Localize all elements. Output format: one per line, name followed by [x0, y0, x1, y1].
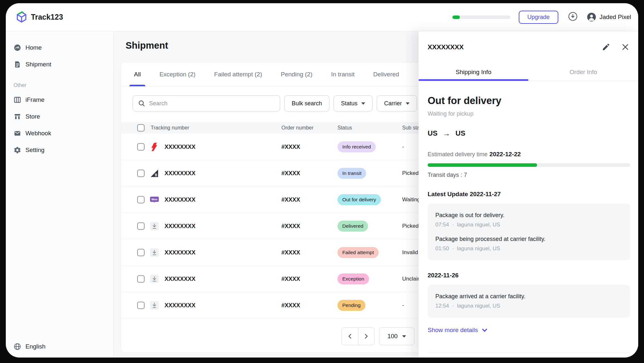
order-number: #XXXX	[281, 275, 300, 282]
sub-status: -	[402, 144, 404, 150]
arrow-right-icon: →	[443, 129, 450, 138]
tracking-number[interactable]: XXXXXXXX	[165, 302, 195, 309]
eta-label: Estimated delivery time	[428, 151, 488, 158]
globe-icon	[14, 343, 21, 350]
top-bar: Track123 Upgrade Jaded Pixel	[6, 3, 638, 31]
status-badge: Failed attempt	[337, 247, 379, 258]
avatar-icon	[587, 12, 596, 22]
upgrade-button[interactable]: Upgrade	[519, 11, 558, 24]
search-input[interactable]	[149, 100, 275, 107]
event-text: Package being processed at carrier facil…	[435, 236, 622, 243]
user-name: Jaded Pixel	[600, 14, 631, 21]
tracking-number[interactable]: XXXXXXXX	[165, 143, 195, 150]
eta-date: 2022-12-22	[489, 151, 521, 158]
tab-delivered[interactable]: Delivered	[373, 62, 399, 86]
order-number: #XXXX	[281, 302, 300, 309]
update-group-heading: 2022-11-26	[428, 272, 630, 279]
col-status: Status	[337, 125, 352, 131]
shipment-detail-panel: XXXXXXXX Shipping Info Order Info Out fo…	[419, 31, 638, 358]
sidebar-item-home[interactable]: Home	[6, 39, 113, 56]
sidebar-item-label: iFrame	[25, 96, 44, 103]
status-filter-label: Status	[341, 100, 357, 107]
order-number: #XXXX	[281, 196, 300, 203]
event-separator: ·	[452, 303, 454, 309]
chevron-down-icon	[406, 102, 410, 105]
search-box	[133, 95, 280, 111]
tab-in-transit[interactable]: In transit	[331, 62, 355, 86]
order-number: #XXXX	[281, 143, 300, 150]
row-checkbox[interactable]	[137, 301, 145, 309]
tracking-number[interactable]: XXXXXXXX	[165, 275, 195, 282]
page-title: Shipment	[126, 40, 168, 51]
shipment-sub-status: Waiting for pickup	[428, 110, 630, 117]
panel-title: XXXXXXXX	[428, 43, 464, 51]
delivery-progress-bar	[428, 163, 630, 167]
next-page-button[interactable]	[358, 328, 374, 345]
tracking-number[interactable]: XXXXXXXX	[165, 223, 195, 229]
bulk-search-button[interactable]: Bulk search	[284, 95, 329, 111]
language-label: English	[25, 343, 45, 350]
close-panel-button[interactable]	[620, 42, 630, 52]
row-checkbox[interactable]	[137, 275, 145, 282]
event-time: 01:50	[435, 245, 449, 252]
show-more-label: Show more details	[428, 327, 478, 334]
sidebar-item-webhook[interactable]: Webhook	[6, 125, 113, 142]
svg-text:B: B	[155, 173, 157, 177]
select-all-checkbox[interactable]	[137, 124, 145, 132]
tracking-number[interactable]: XXXXXXXX	[165, 196, 195, 203]
page-size-dropdown[interactable]: 100	[379, 327, 414, 345]
tracking-event: Package being processed at carrier facil…	[435, 236, 622, 252]
event-text: Package arrived at a carrier facility.	[435, 293, 622, 300]
row-checkbox[interactable]	[137, 196, 145, 203]
language-switcher[interactable]: English	[14, 343, 45, 350]
row-checkbox[interactable]	[137, 249, 145, 256]
status-badge: Pending	[337, 300, 365, 311]
row-checkbox[interactable]	[137, 222, 145, 230]
prev-page-button[interactable]	[342, 328, 358, 345]
pagination	[342, 327, 374, 345]
carrier-filter-dropdown[interactable]: Carrier	[377, 95, 417, 111]
sidebar-item-iframe[interactable]: iFrame	[6, 91, 113, 108]
svg-text:Woo: Woo	[151, 198, 157, 201]
usage-progress-fill	[452, 15, 460, 19]
sidebar-item-setting[interactable]: Setting	[6, 142, 113, 158]
tab-shipping-info[interactable]: Shipping Info	[419, 63, 528, 81]
import-icon	[150, 248, 159, 257]
store-icon	[14, 113, 21, 120]
sidebar-item-label: Webhook	[25, 130, 51, 137]
delivery-progress-fill	[428, 163, 537, 167]
tracking-number[interactable]: XXXXXXXX	[165, 170, 195, 177]
sidebar-item-shipment[interactable]: Shipment	[6, 56, 113, 73]
destination-country: US	[456, 129, 466, 138]
order-number: #XXXX	[281, 249, 300, 256]
user-menu[interactable]: Jaded Pixel	[587, 12, 631, 22]
carrier-icon: B	[150, 169, 159, 177]
tab-exception[interactable]: Exception (2)	[159, 62, 195, 86]
tracking-number[interactable]: XXXXXXXX	[165, 249, 195, 256]
tab-order-info[interactable]: Order Info	[528, 63, 638, 81]
col-order-number: Order number	[281, 125, 314, 131]
page-size-value: 100	[387, 333, 398, 340]
transit-days-value: 7	[464, 172, 467, 178]
tab-all[interactable]: All	[134, 62, 141, 86]
usage-progress-bar	[452, 15, 510, 19]
row-checkbox[interactable]	[137, 169, 145, 177]
tab-failed-attempt[interactable]: Failed attempt (2)	[214, 62, 262, 86]
sub-status: -	[402, 302, 404, 309]
chevron-right-icon	[363, 333, 369, 339]
panel-tabs: Shipping Info Order Info	[419, 63, 638, 81]
row-checkbox[interactable]	[137, 143, 145, 150]
edit-button[interactable]	[601, 42, 611, 52]
transit-days-label: Transit days :	[428, 172, 462, 178]
sidebar-item-store[interactable]: Store	[6, 108, 113, 125]
status-badge: Info received	[337, 141, 376, 152]
chevron-down-icon	[481, 327, 488, 334]
download-button[interactable]	[568, 12, 578, 22]
status-badge: Out for delivery	[337, 194, 381, 205]
carrier-icon	[150, 142, 159, 151]
edit-pencil-icon	[602, 43, 610, 51]
status-filter-dropdown[interactable]: Status	[334, 95, 373, 111]
tab-pending[interactable]: Pending (2)	[281, 62, 312, 86]
event-time: 12:54	[435, 303, 449, 309]
show-more-details-link[interactable]: Show more details	[428, 327, 630, 334]
